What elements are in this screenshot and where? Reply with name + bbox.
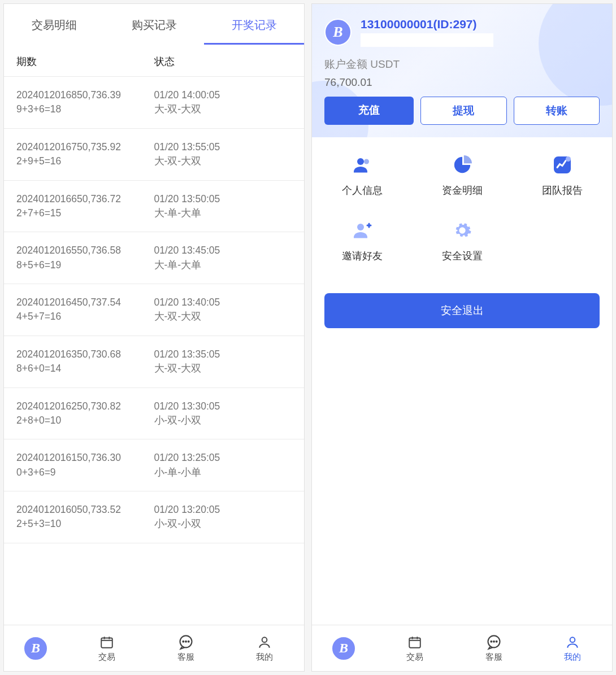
nav-label: 客服 xyxy=(146,652,225,663)
record-period: 2024012016250,730.822+8+0=10 xyxy=(16,399,154,428)
menu-item-pie-chart[interactable]: 资金明细 xyxy=(412,142,512,203)
record-period: 2024012016450,737.544+5+7=16 xyxy=(16,295,154,324)
chat-icon xyxy=(146,634,225,651)
nav-label: 交易 xyxy=(375,652,454,663)
menu-item-line-chart[interactable]: 团队报告 xyxy=(512,142,612,203)
record-status: 01/20 13:25:05小-单-小单 xyxy=(154,451,292,480)
svg-point-15 xyxy=(496,641,497,642)
record-status: 01/20 13:20:05小-双-小双 xyxy=(154,503,292,532)
svg-rect-0 xyxy=(101,638,112,647)
record-period: 2024012016650,736.722+7+6=15 xyxy=(16,192,154,221)
record-row: 2024012016150,736.300+3+6=901/20 13:25:0… xyxy=(4,439,304,491)
app-logo[interactable]: B xyxy=(4,636,67,661)
record-status: 01/20 14:00:05大-双-大双 xyxy=(154,88,292,117)
record-period: 2024012016050,733.522+5+3=10 xyxy=(16,503,154,532)
deposit-button[interactable]: 充值 xyxy=(324,97,414,125)
svg-point-2 xyxy=(183,641,184,642)
account-hero: B 13100000001(ID:297) 账户金额 USDT 76,700.0… xyxy=(312,4,612,137)
record-status: 01/20 13:50:05大-单-大单 xyxy=(154,192,292,221)
record-status: 01/20 13:40:05大-双-大双 xyxy=(154,295,292,324)
app-logo[interactable]: B xyxy=(312,636,375,661)
menu-label: 安全设置 xyxy=(412,249,512,263)
user-name: 13100000001(ID:297) xyxy=(361,18,493,31)
header-status: 状态 xyxy=(154,55,292,68)
my-account-screen: B 13100000001(ID:297) 账户金额 USDT 76,700.0… xyxy=(311,3,613,672)
balance-label: 账户金额 USDT xyxy=(324,57,600,72)
svg-rect-11 xyxy=(409,638,420,647)
svg-point-6 xyxy=(357,158,364,165)
chat-icon xyxy=(454,634,533,651)
svg-point-9 xyxy=(566,156,571,162)
record-header: 期数 状态 xyxy=(4,45,304,77)
nav-label: 我的 xyxy=(225,652,304,663)
nav-items: 交易 客服 我的 xyxy=(375,634,612,663)
menu-item-user-group[interactable]: 个人信息 xyxy=(312,142,412,203)
user-line: B 13100000001(ID:297) xyxy=(324,18,600,47)
menu-label: 团队报告 xyxy=(512,184,612,197)
svg-point-3 xyxy=(185,641,186,642)
gear-icon xyxy=(452,220,473,241)
lottery-record-screen: 交易明细 购买记录 开奖记录 期数 状态 2024012016850,736.3… xyxy=(3,3,305,672)
record-period: 2024012016850,736.399+3+6=18 xyxy=(16,88,154,117)
record-period: 2024012016150,736.300+3+6=9 xyxy=(16,451,154,480)
record-status: 01/20 13:35:05大-双-大双 xyxy=(154,347,292,376)
menu-item-user-plus[interactable]: 邀请好友 xyxy=(312,207,412,268)
record-row: 2024012016550,736.588+5+6=1901/20 13:45:… xyxy=(4,232,304,284)
menu-item-gear[interactable]: 安全设置 xyxy=(412,207,512,268)
record-status: 01/20 13:30:05小-双-小双 xyxy=(154,399,292,428)
header-period: 期数 xyxy=(16,55,154,68)
calendar-icon xyxy=(375,634,454,651)
withdraw-button[interactable]: 提现 xyxy=(420,97,506,125)
nav-support[interactable]: 客服 xyxy=(146,634,225,663)
line-chart-icon xyxy=(552,154,573,176)
bitcoin-icon: B xyxy=(23,636,48,661)
user-group-icon xyxy=(352,154,373,176)
record-list: 2024012016850,736.399+3+6=1801/20 14:00:… xyxy=(4,77,304,671)
menu-label: 个人信息 xyxy=(312,184,412,197)
tab-purchase-record[interactable]: 购买记录 xyxy=(104,4,204,45)
record-period: 2024012016550,736.588+5+6=19 xyxy=(16,243,154,272)
balance-value: 76,700.01 xyxy=(324,76,600,89)
menu-grid: 个人信息资金明细团队报告邀请好友安全设置 xyxy=(312,137,612,273)
tab-transaction-detail[interactable]: 交易明细 xyxy=(4,4,104,45)
record-row: 2024012016650,736.722+7+6=1501/20 13:50:… xyxy=(4,181,304,233)
nav-label: 我的 xyxy=(533,652,612,663)
svg-point-14 xyxy=(493,641,494,642)
record-row: 2024012016350,730.688+6+0=1401/20 13:35:… xyxy=(4,336,304,388)
transfer-button[interactable]: 转账 xyxy=(514,97,600,125)
logout-button[interactable]: 安全退出 xyxy=(324,293,600,328)
record-period: 2024012016350,730.688+6+0=14 xyxy=(16,347,154,376)
nav-label: 交易 xyxy=(67,652,146,663)
svg-point-13 xyxy=(491,641,492,642)
menu-label: 邀请好友 xyxy=(312,249,412,263)
nav-mine[interactable]: 我的 xyxy=(225,634,304,663)
record-status: 01/20 13:55:05大-双-大双 xyxy=(154,140,292,169)
svg-point-7 xyxy=(364,159,369,164)
nav-label: 客服 xyxy=(454,652,533,663)
record-period: 2024012016750,735.922+9+5=16 xyxy=(16,140,154,169)
svg-point-10 xyxy=(357,224,364,230)
action-row: 充值 提现 转账 xyxy=(324,97,600,125)
nav-items: 交易 客服 我的 xyxy=(67,634,304,663)
svg-point-16 xyxy=(570,637,575,642)
nav-support[interactable]: 客服 xyxy=(454,634,533,663)
person-icon xyxy=(533,634,612,651)
bitcoin-icon: B xyxy=(324,19,352,46)
user-plus-icon xyxy=(352,220,373,241)
record-row: 2024012016850,736.399+3+6=1801/20 14:00:… xyxy=(4,77,304,129)
calendar-icon xyxy=(67,634,146,651)
nav-mine[interactable]: 我的 xyxy=(533,634,612,663)
tab-lottery-record[interactable]: 开奖记录 xyxy=(204,4,304,45)
user-sub-box xyxy=(361,33,493,47)
nav-trade[interactable]: 交易 xyxy=(375,634,454,663)
svg-point-5 xyxy=(262,637,267,642)
record-row: 2024012016050,733.522+5+3=1001/20 13:20:… xyxy=(4,491,304,543)
record-row: 2024012016250,730.822+8+0=1001/20 13:30:… xyxy=(4,388,304,440)
record-row: 2024012016450,737.544+5+7=1601/20 13:40:… xyxy=(4,284,304,336)
bottom-nav: B 交易 客服 我的 xyxy=(4,625,304,671)
person-icon xyxy=(225,634,304,651)
bottom-nav: B 交易 客服 我的 xyxy=(312,625,612,671)
svg-point-4 xyxy=(188,641,189,642)
record-row: 2024012016750,735.922+9+5=1601/20 13:55:… xyxy=(4,129,304,181)
nav-trade[interactable]: 交易 xyxy=(67,634,146,663)
